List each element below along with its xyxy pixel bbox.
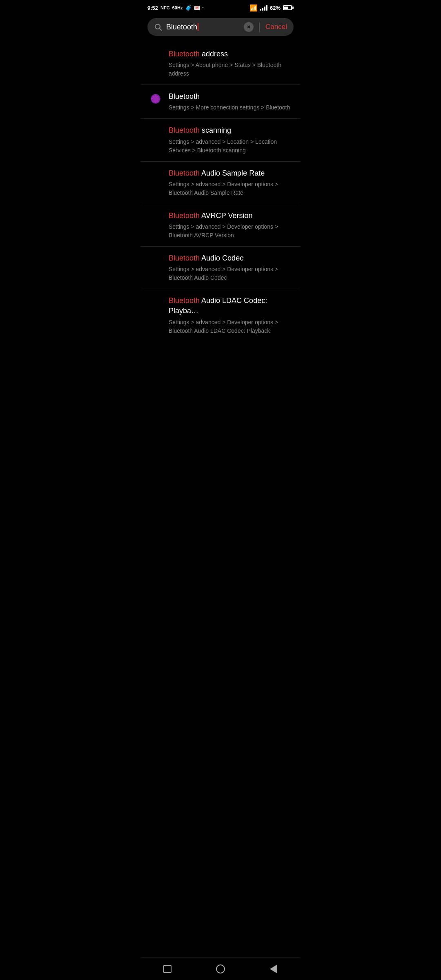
- rest-audio-codec: Audio Codec: [200, 254, 243, 262]
- highlight-ldac: Bluetooth: [169, 296, 200, 305]
- search-bar-container: Bluetooth × Cancel: [141, 15, 300, 42]
- result-icon-audio-codec-placeholder: [149, 254, 162, 267]
- result-title-bluetooth-address: Bluetooth address: [169, 49, 292, 59]
- result-path-bluetooth-address: Settings > About phone > Status > Blueto…: [169, 61, 292, 78]
- result-content-bluetooth-avrcp: Bluetooth AVRCP Version Settings > advan…: [169, 211, 292, 240]
- result-content-bluetooth-scanning: Bluetooth scanning Settings > advanced >…: [169, 125, 292, 154]
- highlight-audio-sample: Bluetooth: [169, 169, 200, 177]
- dot-indicator: ·: [202, 4, 204, 11]
- rest-scanning: scanning: [200, 126, 231, 134]
- highlight-text: Bluetooth: [169, 50, 200, 58]
- result-item-bluetooth-audio-codec[interactable]: Bluetooth Audio Codec Settings > advance…: [141, 247, 300, 289]
- status-left: 9:52 NFC 60Hz 🧳 M ·: [147, 4, 204, 11]
- text-cursor: [198, 23, 198, 31]
- time-label: 9:52: [147, 5, 158, 11]
- search-results: Bluetooth address Settings > About phone…: [141, 42, 300, 365]
- search-query-text: Bluetooth: [166, 23, 197, 31]
- search-bar[interactable]: Bluetooth × Cancel: [147, 18, 294, 36]
- result-content-bluetooth-main: Bluetooth Settings > More connection set…: [169, 91, 292, 112]
- status-right: 📶 62%: [249, 4, 294, 12]
- result-path-bluetooth-audio-codec: Settings > advanced > Developer options …: [169, 265, 292, 282]
- result-icon-ldac-placeholder: [149, 296, 162, 310]
- bluetooth-settings-icon: [149, 92, 162, 105]
- hz-label: 60Hz: [172, 5, 183, 10]
- search-icon: [154, 23, 162, 31]
- svg-line-1: [160, 29, 162, 31]
- result-content-bluetooth-audio-sample: Bluetooth Audio Sample Rate Settings > a…: [169, 168, 292, 197]
- result-icon-scanning-placeholder: [149, 126, 162, 139]
- result-content-bluetooth-ldac: Bluetooth Audio LDAC Codec: Playba… Sett…: [169, 296, 292, 335]
- result-content-bluetooth-address: Bluetooth address Settings > About phone…: [169, 49, 292, 78]
- highlight-avrcp: Bluetooth: [169, 212, 200, 220]
- result-icon-placeholder: [149, 50, 162, 63]
- result-path-bluetooth-avrcp: Settings > advanced > Developer options …: [169, 223, 292, 240]
- result-item-bluetooth-audio-sample[interactable]: Bluetooth Audio Sample Rate Settings > a…: [141, 162, 300, 204]
- search-input[interactable]: Bluetooth: [166, 23, 240, 31]
- highlight-audio-codec: Bluetooth: [169, 254, 200, 262]
- battery-icon: [283, 5, 294, 10]
- result-item-bluetooth-address[interactable]: Bluetooth address Settings > About phone…: [141, 42, 300, 85]
- battery-percent: 62%: [270, 5, 281, 11]
- result-title-bluetooth-scanning: Bluetooth scanning: [169, 125, 292, 136]
- search-divider: [259, 22, 260, 32]
- result-item-bluetooth-avrcp[interactable]: Bluetooth AVRCP Version Settings > advan…: [141, 204, 300, 247]
- rest-audio-sample: Audio Sample Rate: [200, 169, 265, 177]
- result-item-bluetooth-scanning[interactable]: Bluetooth scanning Settings > advanced >…: [141, 119, 300, 161]
- clear-button[interactable]: ×: [244, 22, 254, 32]
- result-path-bluetooth-scanning: Settings > advanced > Location > Locatio…: [169, 138, 292, 155]
- signal-bars-icon: [260, 5, 267, 11]
- rest-text: address: [200, 50, 228, 58]
- wifi-icon: 📶: [249, 4, 258, 12]
- title-text-bluetooth: Bluetooth: [169, 92, 200, 100]
- result-path-bluetooth-main: Settings > More connection settings > Bl…: [169, 103, 292, 112]
- nfc-label: NFC: [160, 5, 170, 10]
- result-icon-audio-sample-placeholder: [149, 169, 162, 182]
- bluetooth-status-icon: 🧳: [185, 4, 192, 11]
- result-path-bluetooth-audio-sample: Settings > advanced > Developer options …: [169, 180, 292, 197]
- result-title-bluetooth-avrcp: Bluetooth AVRCP Version: [169, 211, 292, 221]
- gmail-status-icon: M: [194, 6, 199, 10]
- result-item-bluetooth-main[interactable]: Bluetooth Settings > More connection set…: [141, 85, 300, 119]
- result-title-bluetooth-ldac: Bluetooth Audio LDAC Codec: Playba…: [169, 296, 292, 316]
- result-path-bluetooth-ldac: Settings > advanced > Developer options …: [169, 318, 292, 335]
- result-title-bluetooth-audio-codec: Bluetooth Audio Codec: [169, 253, 292, 263]
- result-icon-avrcp-placeholder: [149, 212, 162, 225]
- result-item-bluetooth-ldac[interactable]: Bluetooth Audio LDAC Codec: Playba… Sett…: [141, 289, 300, 341]
- result-content-bluetooth-audio-codec: Bluetooth Audio Codec Settings > advance…: [169, 253, 292, 282]
- cancel-button[interactable]: Cancel: [265, 23, 287, 31]
- status-bar: 9:52 NFC 60Hz 🧳 M · 📶 62%: [141, 0, 300, 15]
- highlight-scanning: Bluetooth: [169, 126, 200, 134]
- result-title-bluetooth-audio-sample: Bluetooth Audio Sample Rate: [169, 168, 292, 178]
- clear-icon: ×: [247, 24, 250, 30]
- result-title-bluetooth-main: Bluetooth: [169, 91, 292, 102]
- results-list: Bluetooth address Settings > About phone…: [141, 42, 300, 342]
- rest-avrcp: AVRCP Version: [200, 212, 252, 220]
